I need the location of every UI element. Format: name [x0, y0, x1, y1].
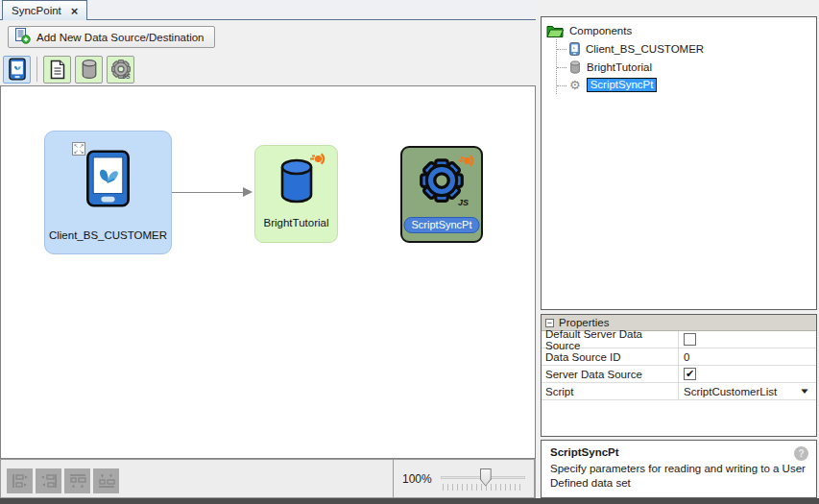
canvas-node-scriptsyncpt[interactable]: JS ScriptSyncPt	[400, 146, 483, 243]
folder-open-icon	[546, 24, 564, 37]
tree-root-components[interactable]: Components	[546, 22, 816, 39]
add-button-label: Add New Data Source/Destination	[36, 32, 205, 43]
property-label: Server Data Source	[542, 369, 678, 380]
help-icon[interactable]: ?	[794, 446, 808, 461]
tab-syncpoint[interactable]: SyncPoint ×	[2, 0, 87, 20]
data-source-id-value[interactable]: 0	[684, 351, 689, 363]
collapse-icon[interactable]: −	[545, 319, 554, 327]
syncpoint-window: SyncPoint × Add New Data Source/Destinat…	[0, 0, 819, 504]
tree-item-label: Client_BS_CUSTOMER	[586, 43, 704, 55]
property-label: Data Source ID	[542, 351, 678, 363]
palette-database-button[interactable]	[75, 56, 103, 84]
align-left-icon	[12, 473, 29, 489]
canvas-node-client[interactable]: ↖ ↗ ↙ ↘ Client_BS_CUSTOMER	[44, 131, 172, 254]
components-tree: Components Client_BS_CUSTOMER BrightTuto…	[541, 16, 817, 310]
toolbar-separator	[36, 57, 37, 82]
script-dropdown[interactable]: ScriptCustomerList ▼	[678, 383, 816, 399]
zoom-slider[interactable]	[441, 465, 525, 493]
design-canvas[interactable]: ↖ ↗ ↙ ↘ Client_BS_CUSTOMER	[0, 85, 536, 459]
connector-plug-icon	[309, 152, 327, 170]
properties-panel: − Properties Default Server Data Source …	[541, 314, 817, 437]
zoom-level: 100%	[402, 472, 432, 486]
align-right-icon	[40, 473, 58, 489]
node-label: BrightTutorial	[255, 217, 337, 228]
tree-item-brighttutorial[interactable]: BrightTutorial	[557, 58, 816, 76]
add-toolbar: Add New Data Source/Destination	[0, 21, 536, 53]
gear-icon: ⚙	[569, 79, 581, 91]
align-bottom-icon	[98, 473, 115, 489]
node-label: Client_BS_CUSTOMER	[45, 229, 171, 241]
tablet-icon	[9, 58, 26, 81]
property-row-script: Script ScriptCustomerList ▼	[542, 383, 816, 400]
connector-arrowhead-icon	[243, 187, 253, 197]
node-label-selected: ScriptSyncPt	[404, 217, 480, 233]
palette-client-device-button[interactable]	[3, 56, 31, 84]
tree-item-scriptsyncpt[interactable]: ⚙ ScriptSyncPt	[557, 76, 816, 94]
properties-title: Properties	[559, 317, 609, 328]
add-document-icon	[14, 28, 31, 46]
tab-title: SyncPoint	[12, 5, 61, 16]
tree-item-label: BrightTutorial	[587, 61, 652, 73]
description-panel: ScriptSyncPt ? Specify parameters for re…	[541, 440, 817, 498]
align-left-button[interactable]	[7, 468, 33, 493]
align-top-button[interactable]	[64, 468, 90, 493]
connector-plug-icon	[458, 154, 476, 172]
tree-item-client-bs-customer[interactable]: Client_BS_CUSTOMER	[557, 39, 816, 58]
property-row-data-source-id: Data Source ID 0	[542, 348, 816, 366]
tree-item-label-selected: ScriptSyncPt	[587, 78, 658, 92]
align-bottom-button[interactable]	[93, 468, 119, 493]
canvas-node-brighttutorial[interactable]: BrightTutorial	[254, 145, 338, 243]
align-right-button[interactable]	[36, 468, 61, 493]
component-palette: JS	[0, 53, 536, 85]
database-icon	[569, 60, 581, 74]
description-body: Specify parameters for reading and writi…	[550, 462, 807, 491]
document-icon	[49, 60, 66, 80]
property-label: Default Server Data Source	[542, 328, 678, 351]
tablet-icon	[569, 42, 580, 56]
close-icon[interactable]: ×	[71, 5, 79, 17]
property-label: Script	[542, 386, 678, 397]
database-icon	[81, 59, 98, 80]
js-badge: JS	[458, 198, 469, 207]
tablet-icon	[45, 148, 171, 209]
script-dropdown-value: ScriptCustomerList	[684, 386, 777, 397]
align-top-icon	[69, 473, 86, 489]
chevron-down-icon: ▼	[799, 387, 810, 396]
add-data-source-button[interactable]: Add New Data Source/Destination	[8, 26, 215, 48]
tab-bar: SyncPoint ×	[0, 0, 536, 20]
zoom-control: 100%	[393, 459, 535, 498]
js-badge: JS	[123, 73, 131, 80]
default-server-data-source-checkbox[interactable]	[684, 333, 696, 346]
connector-line	[172, 192, 245, 193]
property-row-default-server-data-source: Default Server Data Source	[542, 331, 816, 348]
slider-ticks	[443, 484, 523, 491]
tree-root-label: Components	[569, 25, 632, 36]
description-title: ScriptSyncPt	[550, 446, 807, 458]
window-bottom-edge	[0, 498, 819, 504]
palette-document-button[interactable]	[43, 56, 71, 84]
property-row-server-data-source: Server Data Source ✔	[542, 366, 816, 383]
palette-script-button[interactable]: JS	[107, 56, 134, 84]
server-data-source-checkbox[interactable]: ✔	[684, 368, 696, 380]
